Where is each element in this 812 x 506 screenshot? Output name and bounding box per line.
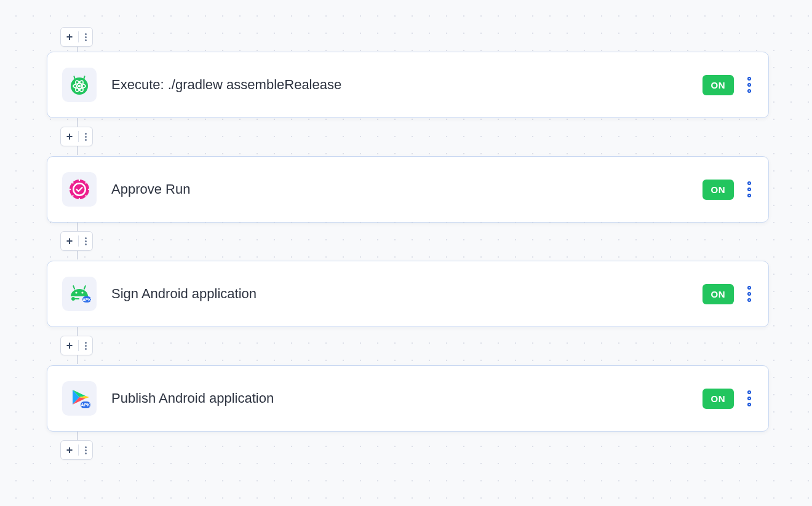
kebab-dot-icon xyxy=(747,194,751,197)
kebab-dot xyxy=(85,449,87,451)
kebab-dot xyxy=(85,237,87,239)
step-enabled-toggle[interactable]: ON xyxy=(703,75,734,95)
add-step-button[interactable]: + xyxy=(61,127,78,146)
step-options-button[interactable] xyxy=(745,282,754,306)
svg-point-20 xyxy=(75,291,77,293)
add-step-menu: + xyxy=(60,27,93,47)
step-enabled-toggle[interactable]: ON xyxy=(703,389,734,409)
kebab-dot xyxy=(85,345,87,347)
kebab-dot xyxy=(85,139,87,141)
svg-point-16 xyxy=(70,189,71,190)
kebab-dot xyxy=(85,453,87,454)
svg-rect-18 xyxy=(73,285,75,290)
play-store-icon: APK xyxy=(62,381,97,416)
kebab-dot xyxy=(85,133,87,135)
kebab-dot xyxy=(85,243,87,245)
kebab-dot-icon xyxy=(747,181,751,185)
kebab-dot xyxy=(85,348,87,350)
step-card[interactable]: Approve Run ON xyxy=(47,156,769,223)
svg-rect-2 xyxy=(83,76,86,79)
connector-row: + xyxy=(47,432,769,464)
connector-row: + xyxy=(47,23,769,52)
step-card[interactable]: APK Sign Android application ON xyxy=(47,261,769,327)
kebab-dot-icon xyxy=(747,77,751,81)
react-android-icon xyxy=(62,68,97,102)
step-options-button[interactable] xyxy=(745,178,754,201)
kebab-dot-icon xyxy=(747,292,751,296)
add-step-button[interactable]: + xyxy=(61,232,78,250)
kebab-dot-icon xyxy=(747,188,751,191)
kebab-dot xyxy=(85,342,87,344)
add-step-button[interactable]: + xyxy=(61,441,78,459)
step-options-button[interactable] xyxy=(745,387,754,410)
kebab-dot-icon xyxy=(747,89,751,93)
svg-point-11 xyxy=(85,182,86,183)
add-step-button[interactable]: + xyxy=(61,28,78,46)
plus-icon: + xyxy=(66,130,73,143)
connector-row: + xyxy=(47,118,769,156)
kebab-dot-icon xyxy=(747,286,751,290)
step-enabled-toggle[interactable]: ON xyxy=(703,284,734,304)
add-step-options-button[interactable] xyxy=(79,232,92,250)
svg-point-13 xyxy=(85,195,86,196)
step-title: Execute: ./gradlew assembleRealease xyxy=(111,77,703,93)
plus-icon: + xyxy=(66,444,73,457)
svg-point-14 xyxy=(79,198,80,199)
add-step-options-button[interactable] xyxy=(79,127,92,146)
plus-icon: + xyxy=(66,31,73,44)
svg-point-3 xyxy=(78,85,81,87)
svg-point-21 xyxy=(81,291,83,293)
kebab-dot xyxy=(85,240,87,242)
kebab-dot-icon xyxy=(747,390,751,394)
step-enabled-toggle[interactable]: ON xyxy=(703,180,734,200)
step-title: Approve Run xyxy=(111,181,703,197)
kebab-dot-icon xyxy=(747,403,751,406)
plus-icon: + xyxy=(66,235,73,248)
svg-rect-1 xyxy=(73,76,76,79)
add-step-menu: + xyxy=(60,231,93,251)
connector-row: + xyxy=(47,223,769,261)
add-step-options-button[interactable] xyxy=(79,336,92,355)
svg-text:APK: APK xyxy=(82,298,91,302)
android-sign-icon: APK xyxy=(62,277,97,311)
svg-point-15 xyxy=(72,195,73,196)
svg-point-12 xyxy=(88,189,89,190)
kebab-dot xyxy=(85,446,87,448)
step-card[interactable]: APK Publish Android application ON xyxy=(47,365,769,432)
kebab-dot xyxy=(85,33,87,35)
plus-icon: + xyxy=(66,339,73,352)
step-options-button[interactable] xyxy=(745,73,754,97)
kebab-dot-icon xyxy=(747,298,751,302)
kebab-dot xyxy=(85,39,87,41)
workflow-list: + Execute: ./gr xyxy=(47,23,769,464)
kebab-dot xyxy=(85,36,87,38)
kebab-dot-icon xyxy=(747,83,751,87)
add-step-options-button[interactable] xyxy=(79,441,92,459)
svg-text:APK: APK xyxy=(81,403,90,407)
kebab-dot-icon xyxy=(747,397,751,400)
svg-rect-19 xyxy=(84,285,86,290)
add-step-menu: + xyxy=(60,440,93,460)
step-card[interactable]: Execute: ./gradlew assembleRealease ON xyxy=(47,52,769,118)
kebab-dot xyxy=(85,136,87,138)
svg-point-10 xyxy=(79,180,80,181)
svg-rect-24 xyxy=(74,298,79,299)
add-step-menu: + xyxy=(60,336,93,355)
add-step-menu: + xyxy=(60,127,93,146)
step-title: Publish Android application xyxy=(111,390,703,406)
add-step-options-button[interactable] xyxy=(79,28,92,46)
step-title: Sign Android application xyxy=(111,286,703,302)
add-step-button[interactable]: + xyxy=(61,336,78,355)
approve-badge-icon xyxy=(62,172,97,207)
connector-row: + xyxy=(47,327,769,365)
svg-point-17 xyxy=(72,182,73,183)
